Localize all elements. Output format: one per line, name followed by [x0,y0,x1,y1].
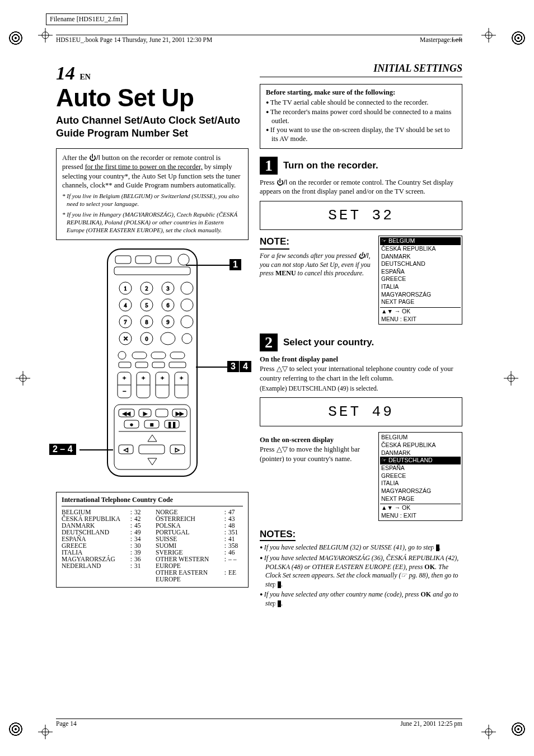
crop-mark-icon [38,28,53,43]
country-row: SUISSE:41 [156,536,243,542]
crop-target-icon [512,722,525,736]
country-row: SVERIGE:46 [156,549,243,556]
svg-text:◀◀: ◀◀ [123,411,130,416]
country-row: POLSKA:48 [156,522,243,529]
page-subtitle: Auto Channel Set/Auto Clock Set/Auto Gui… [56,114,249,139]
svg-point-44 [181,316,193,328]
svg-text:■: ■ [150,421,153,428]
osd-item: DEUTSCHLAND [380,260,461,268]
osd-footer: MENU : EXIT [380,512,461,520]
svg-point-30 [181,282,193,294]
svg-text:1: 1 [124,285,127,292]
osd-item: NEXT PAGE [380,495,461,503]
notes-label: NOTES: [260,529,296,541]
step-number-2: 2 [260,334,278,351]
osd-item: ESPAÑA [380,464,461,472]
country-row: OTHER WESTERN EUROPE:– – [156,556,243,569]
panel-heading: On the front display panel [260,355,462,364]
osd-item: BELGIUM [380,434,461,442]
country-row: GREECE:30 [62,542,149,549]
osd-footer: ▲▼ → OK [380,307,461,316]
callout-2-4: 2 – 4 [49,444,76,455]
country-row: PORTUGAL:351 [156,529,243,536]
svg-text:+: + [180,374,183,381]
front-display-panel: SET 49 [260,397,462,426]
svg-rect-20 [135,256,151,264]
country-row: BELGIUM:32 [62,509,149,515]
remote-control-figure: 1 3 4 2 – 4 1 2 3 [56,248,249,489]
crop-mark-icon [504,371,518,386]
note-item: If you have selected any other country n… [260,590,462,608]
osd-heading: On the on-screen display [260,435,373,445]
country-row: ITALIA:39 [62,549,149,556]
svg-rect-91 [139,445,165,454]
svg-text:3: 3 [167,285,170,292]
osd-item: DANMARK [380,449,461,457]
osd-footer: MENU : EXIT [380,316,461,323]
callout-1: 1 [229,259,241,270]
svg-rect-58 [169,362,186,368]
svg-text:◁: ◁ [124,447,128,453]
svg-text:▶▶: ▶▶ [176,411,184,416]
svg-marker-87 [148,435,157,442]
osd-footer: ▲▼ → OK [380,504,461,512]
svg-rect-55 [119,362,131,368]
svg-text:4: 4 [124,302,127,308]
svg-text:▶: ▶ [143,411,147,416]
svg-rect-21 [156,256,171,264]
crop-target-icon [512,31,525,45]
crop-mark-icon [16,371,30,386]
step-title-2: Select your country. [283,337,374,348]
osd-item: BELGIUM [380,237,461,245]
page-title: Auto Set Up [56,84,249,112]
on-screen-display: BELGIUMČESKÁ REPUBLIKADANMARKDEUTSCHLAND… [378,432,462,521]
svg-text:✕: ✕ [123,335,128,342]
power-icon: ⏻/I [358,252,369,260]
on-screen-display: BELGIUMČESKÁ REPUBLIKADANMARKDEUTSCHLAND… [378,236,462,325]
note-body: For a few seconds after you pressed ⏻/I,… [260,252,373,278]
osd-item: DANMARK [380,253,461,261]
svg-rect-52 [132,352,147,359]
osd-item: GREECE [380,275,461,283]
svg-text:❚❚: ❚❚ [167,421,176,428]
svg-text:−: − [123,388,126,395]
svg-point-37 [181,299,193,311]
osd-item: MAGYARORSZÁG [380,291,461,299]
svg-rect-77 [156,409,168,417]
before-item: If you want to use the on-screen display… [266,125,456,144]
bookline: HDS1EU_.book Page 14 Thursday, June 21, … [56,36,212,43]
svg-text:6: 6 [167,302,170,308]
svg-text:5: 5 [146,302,148,308]
svg-text:9: 9 [167,319,170,325]
svg-rect-19 [115,256,131,264]
svg-point-22 [178,254,189,265]
country-row: DEUTSCHLAND:49 [62,529,149,536]
svg-rect-54 [170,352,185,359]
remote-control-icon: 1 2 3 4 5 6 7 8 9 ✕ 0 [102,248,203,477]
crop-target-icon [9,722,22,736]
svg-point-51 [118,351,126,359]
before-item: The recorder's mains power cord should b… [266,107,456,126]
note-item: If you have selected BELGIUM (32) or SUI… [260,543,462,552]
country-row: ESPAÑA:34 [62,536,149,542]
notes-list: If you have selected BELGIUM (32) or SUI… [260,543,462,608]
before-starting-box: Before starting, make sure of the follow… [260,84,462,149]
crop-mark-icon [481,28,496,43]
callout-4: 4 [240,361,251,372]
svg-text:+: + [123,374,126,381]
power-icon: ⏻/I [89,154,100,162]
svg-text:+: + [142,374,145,381]
country-row: ÖSTERREICH:43 [156,515,243,522]
country-row: NORGE:47 [156,509,243,515]
masterpage-label: Masterpage:Left [420,36,462,43]
osd-item: GREECE [380,472,461,480]
svg-text:▷: ▷ [175,447,180,453]
section-heading: INITIAL SETTINGS [373,63,462,74]
intro-box: After the ⏻/I button on the recorder or … [56,148,249,240]
svg-text:7: 7 [124,319,127,325]
osd-item: ITALIA [380,480,461,487]
osd-item: ČESKÁ REPUBLIKA [380,245,461,253]
front-display-panel: SET 32 [260,201,462,230]
crop-mark-icon [481,725,496,739]
filename-label: Filename [HDS1EU_2.fm] [46,13,128,25]
